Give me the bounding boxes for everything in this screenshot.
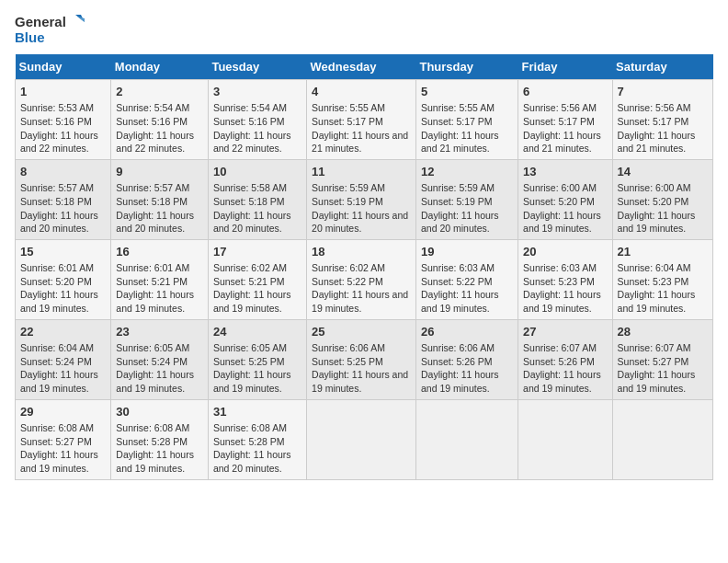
header-thursday: Thursday [415, 54, 518, 80]
day-cell-3: 3Sunrise: 5:54 AMSunset: 5:16 PMDaylight… [208, 80, 306, 160]
day-cell-21: 21Sunrise: 6:04 AMSunset: 5:23 PMDayligh… [612, 239, 712, 319]
day-cell-9: 9Sunrise: 5:57 AMSunset: 5:18 PMDaylight… [111, 159, 209, 239]
day-cell-13: 13Sunrise: 6:00 AMSunset: 5:20 PMDayligh… [518, 159, 613, 239]
day-cell-6: 6Sunrise: 5:56 AMSunset: 5:17 PMDaylight… [518, 80, 613, 160]
day-cell-2: 2Sunrise: 5:54 AMSunset: 5:16 PMDaylight… [111, 80, 209, 160]
day-cell-8: 8Sunrise: 5:57 AMSunset: 5:18 PMDaylight… [16, 159, 111, 239]
empty-cell [307, 399, 416, 479]
day-cell-11: 11Sunrise: 5:59 AMSunset: 5:19 PMDayligh… [307, 159, 416, 239]
empty-cell [518, 399, 613, 479]
empty-cell [415, 399, 518, 479]
header-monday: Monday [111, 54, 209, 80]
day-cell-27: 27Sunrise: 6:07 AMSunset: 5:26 PMDayligh… [518, 319, 613, 399]
week-row-5: 29Sunrise: 6:08 AMSunset: 5:27 PMDayligh… [16, 399, 713, 479]
logo-blue: Blue [15, 30, 85, 46]
logo-bird-icon [68, 15, 85, 29]
day-cell-4: 4Sunrise: 5:55 AMSunset: 5:17 PMDaylight… [307, 80, 416, 160]
header: General Blue [15, 15, 713, 45]
days-header-row: SundayMondayTuesdayWednesdayThursdayFrid… [16, 54, 713, 80]
header-wednesday: Wednesday [307, 54, 416, 80]
week-row-3: 15Sunrise: 6:01 AMSunset: 5:20 PMDayligh… [16, 239, 713, 319]
week-row-4: 22Sunrise: 6:04 AMSunset: 5:24 PMDayligh… [16, 319, 713, 399]
day-cell-19: 19Sunrise: 6:03 AMSunset: 5:22 PMDayligh… [415, 239, 518, 319]
header-saturday: Saturday [612, 54, 712, 80]
day-cell-20: 20Sunrise: 6:03 AMSunset: 5:23 PMDayligh… [518, 239, 613, 319]
day-cell-26: 26Sunrise: 6:06 AMSunset: 5:26 PMDayligh… [415, 319, 518, 399]
day-cell-30: 30Sunrise: 6:08 AMSunset: 5:28 PMDayligh… [111, 399, 209, 479]
day-cell-28: 28Sunrise: 6:07 AMSunset: 5:27 PMDayligh… [612, 319, 712, 399]
day-cell-5: 5Sunrise: 5:55 AMSunset: 5:17 PMDaylight… [415, 80, 518, 160]
logo: General Blue [15, 15, 85, 45]
day-cell-24: 24Sunrise: 6:05 AMSunset: 5:25 PMDayligh… [208, 319, 306, 399]
calendar-table: SundayMondayTuesdayWednesdayThursdayFrid… [15, 54, 713, 480]
day-cell-17: 17Sunrise: 6:02 AMSunset: 5:21 PMDayligh… [208, 239, 306, 319]
day-cell-22: 22Sunrise: 6:04 AMSunset: 5:24 PMDayligh… [16, 319, 111, 399]
day-cell-23: 23Sunrise: 6:05 AMSunset: 5:24 PMDayligh… [111, 319, 209, 399]
week-row-2: 8Sunrise: 5:57 AMSunset: 5:18 PMDaylight… [16, 159, 713, 239]
day-cell-12: 12Sunrise: 5:59 AMSunset: 5:19 PMDayligh… [415, 159, 518, 239]
header-sunday: Sunday [16, 54, 111, 80]
day-cell-16: 16Sunrise: 6:01 AMSunset: 5:21 PMDayligh… [111, 239, 209, 319]
day-cell-10: 10Sunrise: 5:58 AMSunset: 5:18 PMDayligh… [208, 159, 306, 239]
logo-general: General [15, 15, 66, 30]
day-cell-7: 7Sunrise: 5:56 AMSunset: 5:17 PMDaylight… [612, 80, 712, 160]
day-cell-1: 1Sunrise: 5:53 AMSunset: 5:16 PMDaylight… [16, 80, 111, 160]
week-row-1: 1Sunrise: 5:53 AMSunset: 5:16 PMDaylight… [16, 80, 713, 160]
logo-text-block: General Blue [15, 15, 85, 45]
day-cell-25: 25Sunrise: 6:06 AMSunset: 5:25 PMDayligh… [307, 319, 416, 399]
day-cell-29: 29Sunrise: 6:08 AMSunset: 5:27 PMDayligh… [16, 399, 111, 479]
day-cell-31: 31Sunrise: 6:08 AMSunset: 5:28 PMDayligh… [208, 399, 306, 479]
header-friday: Friday [518, 54, 613, 80]
header-tuesday: Tuesday [208, 54, 306, 80]
day-cell-15: 15Sunrise: 6:01 AMSunset: 5:20 PMDayligh… [16, 239, 111, 319]
empty-cell [612, 399, 712, 479]
day-cell-14: 14Sunrise: 6:00 AMSunset: 5:20 PMDayligh… [612, 159, 712, 239]
day-cell-18: 18Sunrise: 6:02 AMSunset: 5:22 PMDayligh… [307, 239, 416, 319]
